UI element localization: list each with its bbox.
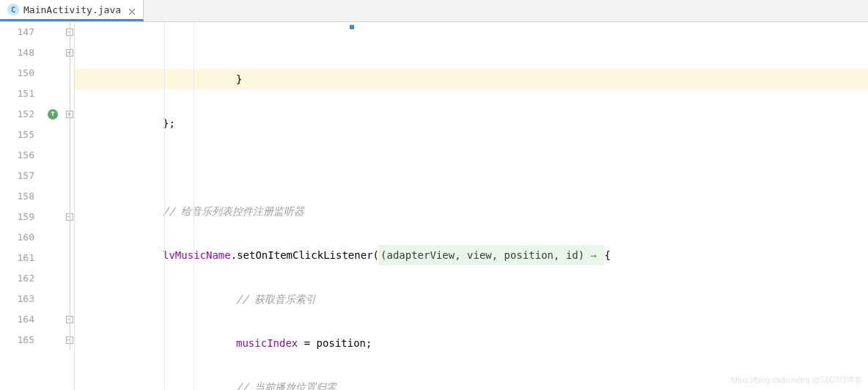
tab-bar: C MainActivity.java (0, 0, 868, 22)
code-line: }; (75, 113, 868, 133)
line-number: 152 (7, 104, 34, 125)
line-number: 148 (7, 43, 34, 63)
code-line: } (75, 69, 868, 89)
line-number: 161 (7, 248, 34, 268)
code-line: // 给音乐列表控件注册监听器 (75, 201, 868, 221)
line-number: 160 (7, 227, 34, 248)
code-line: // 获取音乐索引 (75, 289, 868, 309)
line-number: 164 (7, 309, 34, 330)
breakpoint-gutter[interactable] (0, 22, 7, 390)
code-line: lvMusicName.setOnItemClickListener((adap… (75, 245, 868, 265)
line-number: 158 (7, 186, 34, 207)
code-line (75, 157, 868, 177)
code-content[interactable]: } }; // 给音乐列表控件注册监听器 lvMusicName.setOnIt… (75, 22, 868, 390)
line-number: 151 (7, 84, 34, 104)
line-number: 163 (7, 289, 34, 309)
line-number: 157 (7, 166, 34, 186)
line-number: 165 (7, 330, 34, 350)
line-number: 147 (7, 22, 34, 43)
watermark: https://blog.csdn.net/q @51CTO博客 (731, 375, 862, 386)
close-icon[interactable] (128, 6, 136, 13)
icon-gutter (40, 22, 65, 390)
line-number-gutter: 147 148 150 151 152 155 156 157 158 159 … (7, 22, 40, 390)
tab-main-activity[interactable]: C MainActivity.java (0, 0, 144, 21)
line-number: 159 (7, 207, 34, 227)
tab-label: MainActivity.java (23, 4, 121, 15)
vcs-modified-icon[interactable] (40, 104, 65, 125)
java-class-icon: C (7, 4, 19, 15)
line-number: 156 (7, 145, 34, 166)
line-number: 162 (7, 268, 34, 289)
fold-gutter: − + + − − − (65, 22, 75, 390)
line-number: 155 (7, 125, 34, 145)
editor[interactable]: 147 148 150 151 152 155 156 157 158 159 … (0, 22, 868, 390)
code-line: musicIndex = position; (75, 333, 868, 353)
caret-icon (350, 25, 354, 29)
line-number: 150 (7, 63, 34, 84)
